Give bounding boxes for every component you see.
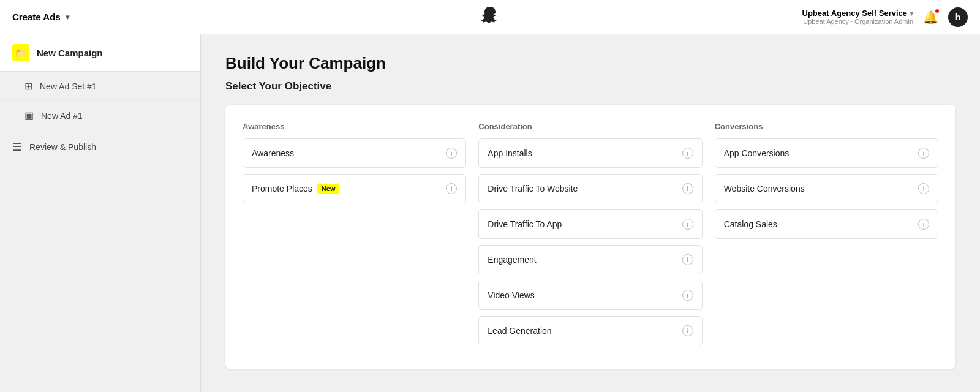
app-body: 📁 New Campaign ⊞ New Ad Set #1 ▣ New Ad …: [0, 34, 980, 392]
info-icon-app-installs[interactable]: i: [682, 148, 693, 159]
notification-dot: [935, 9, 940, 13]
notifications-button[interactable]: 🔔: [923, 10, 938, 24]
column-header-awareness: Awareness: [243, 122, 466, 131]
sidebar: 📁 New Campaign ⊞ New Ad Set #1 ▣ New Ad …: [0, 34, 201, 392]
new-ad-set-label: New Ad Set #1: [40, 81, 97, 91]
objective-lead-generation[interactable]: Lead Generationi: [478, 316, 702, 345]
column-conversions: ConversionsApp ConversionsiWebsite Conve…: [715, 122, 938, 352]
snapchat-icon: [479, 5, 501, 27]
info-icon-promote-places[interactable]: i: [446, 183, 457, 194]
user-avatar[interactable]: h: [948, 7, 968, 27]
objective-label-promote-places: Promote PlacesNew: [252, 184, 339, 194]
objective-label-video-views: Video Views: [488, 290, 535, 300]
header-right: Upbeat Agency Self Service ▾ Upbeat Agen…: [802, 7, 968, 27]
create-ads-button[interactable]: Create Ads ▾: [12, 12, 69, 22]
account-info[interactable]: Upbeat Agency Self Service ▾ Upbeat Agen…: [802, 9, 913, 25]
objective-label-drive-traffic-to-website: Drive Traffic To Website: [488, 184, 578, 194]
objective-app-conversions[interactable]: App Conversionsi: [715, 138, 938, 168]
info-icon-website-conversions[interactable]: i: [918, 183, 929, 194]
objective-drive-traffic-to-app[interactable]: Drive Traffic To Appi: [478, 209, 702, 239]
account-chevron: ▾: [910, 9, 913, 18]
sidebar-item-new-ad[interactable]: ▣ New Ad #1: [0, 101, 200, 130]
column-header-conversions: Conversions: [715, 122, 938, 131]
header: Create Ads ▾ Upbeat Agency Self Service …: [0, 0, 980, 34]
review-icon: ☰: [12, 140, 22, 154]
info-icon-video-views[interactable]: i: [682, 290, 693, 301]
review-label: Review & Publish: [29, 142, 96, 152]
ad-icon: ▣: [24, 110, 34, 121]
folder-icon: 📁: [12, 44, 29, 61]
objective-label-app-installs: App Installs: [488, 148, 532, 158]
sidebar-item-new-ad-set[interactable]: ⊞ New Ad Set #1: [0, 72, 200, 101]
objective-awareness[interactable]: Awarenessi: [243, 138, 466, 168]
create-ads-chevron: ▾: [66, 13, 69, 21]
column-consideration: ConsiderationApp InstallsiDrive Traffic …: [478, 122, 702, 352]
objectives-card: AwarenessAwarenessiPromote PlacesNewiCon…: [225, 105, 956, 369]
ad-set-icon: ⊞: [24, 80, 32, 92]
objectives-grid: AwarenessAwarenessiPromote PlacesNewiCon…: [243, 122, 938, 352]
objective-catalog-sales[interactable]: Catalog Salesi: [715, 209, 938, 239]
objective-video-views[interactable]: Video Viewsi: [478, 281, 702, 310]
new-ad-label: New Ad #1: [41, 111, 83, 121]
main-content: Build Your Campaign Select Your Objectiv…: [201, 34, 980, 392]
info-icon-engagement[interactable]: i: [682, 254, 693, 265]
objective-drive-traffic-to-website[interactable]: Drive Traffic To Websitei: [478, 174, 702, 203]
objective-label-engagement: Engagement: [488, 255, 536, 265]
column-awareness: AwarenessAwarenessiPromote PlacesNewi: [243, 122, 466, 352]
info-icon-catalog-sales[interactable]: i: [918, 219, 929, 230]
info-icon-awareness[interactable]: i: [446, 148, 457, 159]
sidebar-item-new-campaign[interactable]: 📁 New Campaign: [0, 34, 200, 72]
objective-promote-places[interactable]: Promote PlacesNewi: [243, 174, 466, 203]
objective-label-lead-generation: Lead Generation: [488, 326, 551, 336]
objective-engagement[interactable]: Engagementi: [478, 245, 702, 274]
objective-label-website-conversions: Website Conversions: [724, 184, 805, 194]
objective-label-catalog-sales: Catalog Sales: [724, 219, 777, 229]
objective-app-installs[interactable]: App Installsi: [478, 138, 702, 168]
account-name-row: Upbeat Agency Self Service ▾: [802, 9, 913, 18]
new-badge-promote-places: New: [317, 184, 340, 194]
create-ads-label: Create Ads: [12, 12, 61, 22]
header-logo: [479, 5, 501, 29]
info-icon-drive-traffic-to-website[interactable]: i: [682, 183, 693, 194]
info-icon-lead-generation[interactable]: i: [682, 325, 693, 336]
column-header-consideration: Consideration: [478, 122, 702, 131]
account-name-label: Upbeat Agency Self Service: [802, 9, 907, 18]
objective-label-awareness: Awareness: [252, 148, 294, 158]
sidebar-item-review[interactable]: ☰ Review & Publish: [0, 130, 200, 164]
page-title: Build Your Campaign: [225, 54, 956, 73]
objective-website-conversions[interactable]: Website Conversionsi: [715, 174, 938, 203]
objective-label-app-conversions: App Conversions: [724, 148, 790, 158]
new-campaign-label: New Campaign: [37, 48, 103, 58]
account-role-label: Upbeat Agency · Organization Admin: [802, 18, 913, 25]
objective-label-drive-traffic-to-app: Drive Traffic To App: [488, 219, 562, 229]
page-subtitle: Select Your Objective: [225, 80, 956, 92]
info-icon-app-conversions[interactable]: i: [918, 148, 929, 159]
info-icon-drive-traffic-to-app[interactable]: i: [682, 219, 693, 230]
